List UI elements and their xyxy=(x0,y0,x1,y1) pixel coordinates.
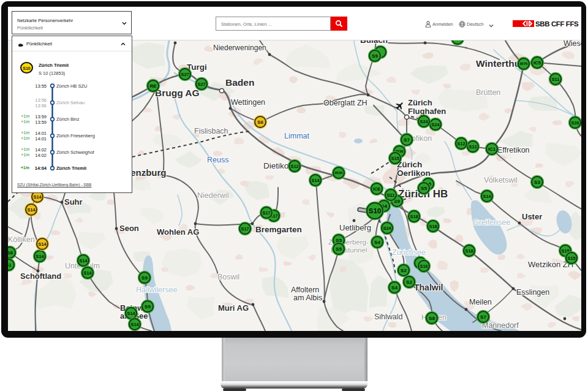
svg-text:S10: S10 xyxy=(369,207,381,214)
svg-text:Greifensee: Greifensee xyxy=(473,218,510,227)
svg-text:Fislisbach: Fislisbach xyxy=(194,127,228,135)
svg-text:Hallwilersee: Hallwilersee xyxy=(136,286,177,294)
svg-text:S14: S14 xyxy=(312,178,320,183)
svg-text:Wohlen AG: Wohlen AG xyxy=(157,227,199,237)
svg-text:S12: S12 xyxy=(469,144,477,150)
svg-text:Boswil: Boswil xyxy=(217,273,239,281)
svg-text:S24: S24 xyxy=(432,122,440,127)
svg-text:S18: S18 xyxy=(410,214,418,219)
svg-text:Esslingen: Esslingen xyxy=(516,288,549,297)
svg-text:Suhr: Suhr xyxy=(64,197,83,207)
svg-text:S17: S17 xyxy=(263,210,271,216)
svg-text:Schöftland: Schöftland xyxy=(20,271,61,281)
svg-text:am Albis: am Albis xyxy=(293,294,322,302)
svg-text:Flughafen: Flughafen xyxy=(408,107,446,116)
svg-text:S12: S12 xyxy=(458,141,466,146)
svg-text:S17: S17 xyxy=(241,226,249,232)
svg-text:Uster: Uster xyxy=(522,212,542,221)
svg-text:Reuss: Reuss xyxy=(207,156,228,164)
svg-text:S5: S5 xyxy=(336,246,342,252)
svg-text:S18: S18 xyxy=(429,224,437,229)
svg-text:Niederwil: Niederwil xyxy=(197,191,228,200)
svg-text:ICE: ICE xyxy=(373,186,380,192)
svg-text:S14: S14 xyxy=(127,311,135,316)
svg-text:S4: S4 xyxy=(374,240,380,245)
svg-text:S14: S14 xyxy=(483,194,491,199)
svg-text:S8: S8 xyxy=(8,250,13,256)
svg-text:Volketswil: Volketswil xyxy=(484,176,518,184)
svg-text:Seon: Seon xyxy=(119,224,139,233)
svg-text:S1: S1 xyxy=(8,262,11,268)
svg-text:Wiesendangen: Wiesendangen xyxy=(564,40,581,48)
svg-text:S14: S14 xyxy=(131,322,139,327)
svg-text:S27: S27 xyxy=(181,72,189,77)
svg-text:Brütten: Brütten xyxy=(476,88,500,97)
svg-text:Baden: Baden xyxy=(225,77,254,88)
svg-text:S7: S7 xyxy=(404,137,410,143)
svg-text:Effretikon: Effretikon xyxy=(497,146,530,154)
svg-text:S24: S24 xyxy=(383,226,391,231)
svg-text:Sihlwald: Sihlwald xyxy=(374,313,403,321)
svg-text:Brugg AG: Brugg AG xyxy=(155,88,200,98)
svg-text:Zürichsee: Zürichsee xyxy=(392,248,426,257)
svg-text:S11: S11 xyxy=(387,192,394,198)
svg-text:S14: S14 xyxy=(80,258,88,264)
svg-text:S11: S11 xyxy=(552,77,559,82)
svg-text:S3: S3 xyxy=(534,180,540,185)
svg-text:Thalwil: Thalwil xyxy=(414,283,443,292)
svg-text:Limmat: Limmat xyxy=(284,132,310,140)
svg-text:Bremgarten: Bremgarten xyxy=(255,225,302,234)
svg-text:S16: S16 xyxy=(420,264,428,269)
svg-text:IR35: IR35 xyxy=(334,170,343,175)
svg-text:S14: S14 xyxy=(84,270,92,276)
svg-text:Oberglatt ZH: Oberglatt ZH xyxy=(323,99,368,107)
svg-text:S12: S12 xyxy=(291,164,299,169)
svg-text:Wettingen: Wettingen xyxy=(231,98,265,107)
svg-text:S5: S5 xyxy=(421,186,427,191)
svg-text:Bülach: Bülach xyxy=(360,40,388,45)
svg-text:Männedorf: Männedorf xyxy=(482,321,519,330)
svg-text:S2: S2 xyxy=(401,268,407,273)
svg-text:Oerlikon: Oerlikon xyxy=(397,169,431,178)
svg-text:S9: S9 xyxy=(372,53,378,59)
svg-text:IC5: IC5 xyxy=(533,60,541,66)
svg-text:Meilen: Meilen xyxy=(469,298,492,306)
svg-text:S18: S18 xyxy=(466,248,473,254)
svg-text:S8: S8 xyxy=(429,316,435,321)
svg-text:S14: S14 xyxy=(28,207,36,213)
svg-text:Affoltern: Affoltern xyxy=(291,286,319,294)
svg-text:S27: S27 xyxy=(198,82,206,87)
svg-text:S15: S15 xyxy=(568,256,576,261)
svg-text:S14: S14 xyxy=(36,254,44,259)
svg-text:S24: S24 xyxy=(420,119,428,124)
svg-text:Winterthur: Winterthur xyxy=(476,58,524,69)
svg-text:S15: S15 xyxy=(391,156,399,161)
svg-text:S7: S7 xyxy=(480,314,486,320)
svg-text:IR75: IR75 xyxy=(519,61,528,66)
svg-text:S2: S2 xyxy=(406,279,412,285)
svg-text:S9: S9 xyxy=(145,304,151,309)
svg-text:Uetliberg: Uetliberg xyxy=(339,223,371,232)
svg-text:Kölliken: Kölliken xyxy=(8,235,35,244)
svg-text:S6: S6 xyxy=(257,120,263,125)
svg-text:S14: S14 xyxy=(39,241,47,247)
svg-text:S26: S26 xyxy=(571,120,579,126)
svg-text:Niederweningen: Niederweningen xyxy=(213,44,266,52)
svg-text:S4: S4 xyxy=(391,285,398,290)
svg-text:S9: S9 xyxy=(141,275,148,281)
svg-text:IC1: IC1 xyxy=(488,146,496,152)
svg-text:RE: RE xyxy=(149,83,157,89)
svg-text:S14: S14 xyxy=(34,194,42,200)
svg-text:Muri AG: Muri AG xyxy=(218,303,249,313)
